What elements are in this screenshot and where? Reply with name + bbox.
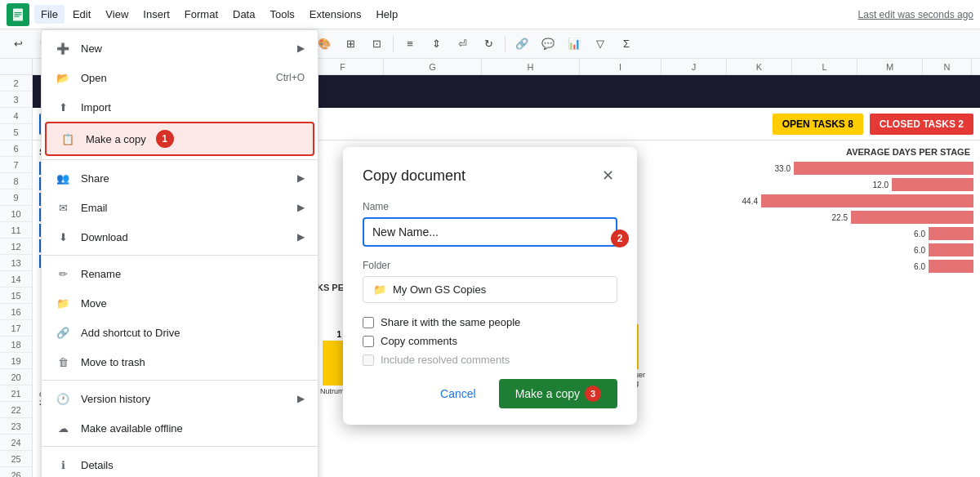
row-num: 22 bbox=[0, 402, 32, 418]
col-header-k[interactable]: K bbox=[727, 59, 792, 74]
last-edit-link[interactable]: Last edit was seconds ago bbox=[858, 9, 973, 20]
menu-extensions[interactable]: Extensions bbox=[303, 5, 368, 24]
file-menu-move-trash[interactable]: 🗑 Move to trash bbox=[42, 347, 318, 377]
row-num: 21 bbox=[0, 386, 32, 402]
trash-icon: 🗑 bbox=[55, 354, 71, 370]
open-shortcut: Ctrl+O bbox=[276, 72, 305, 83]
menu-help[interactable]: Help bbox=[369, 5, 404, 24]
col-header-j[interactable]: J bbox=[662, 59, 727, 74]
row-num: 9 bbox=[0, 189, 32, 206]
file-menu-email[interactable]: ✉ Email ▶ bbox=[42, 193, 318, 222]
col-header-i[interactable]: I bbox=[580, 59, 662, 74]
folder-selector[interactable]: 📁 My Own GS Copies bbox=[363, 276, 617, 303]
shortcut-icon: 🔗 bbox=[55, 324, 71, 341]
row-num: 26 bbox=[0, 467, 32, 477]
email-icon: ✉ bbox=[55, 199, 71, 216]
dialog-header: Copy document ✕ bbox=[363, 163, 617, 188]
col-header-h[interactable]: H bbox=[482, 59, 580, 74]
move-icon: 📁 bbox=[55, 295, 71, 311]
google-sheets-icon bbox=[7, 3, 29, 26]
filter-button[interactable]: ▽ bbox=[589, 33, 612, 56]
menu-insert[interactable]: Insert bbox=[136, 5, 176, 24]
col-header-l[interactable]: L bbox=[792, 59, 858, 74]
cancel-button[interactable]: Cancel bbox=[427, 381, 489, 407]
row-num: 25 bbox=[0, 451, 32, 467]
chart-button[interactable]: 📊 bbox=[563, 33, 586, 56]
function-button[interactable]: Σ bbox=[615, 33, 638, 56]
row-num: 10 bbox=[0, 206, 32, 222]
col-header-g[interactable]: G bbox=[384, 59, 482, 74]
share-checkbox[interactable] bbox=[363, 317, 374, 328]
svg-rect-2 bbox=[15, 14, 22, 15]
file-menu-share-label: Share bbox=[81, 172, 109, 185]
rotate-button[interactable]: ↻ bbox=[477, 33, 500, 56]
file-menu-rename[interactable]: ✏ Rename bbox=[42, 259, 318, 288]
menu-format[interactable]: Format bbox=[178, 5, 225, 24]
valign-button[interactable]: ⇕ bbox=[425, 33, 448, 56]
avg-bar-val: 33.0 bbox=[775, 164, 791, 173]
offline-icon: ☁ bbox=[55, 420, 71, 436]
menu-view[interactable]: View bbox=[99, 5, 135, 24]
file-menu-details[interactable]: ℹ Details bbox=[42, 450, 318, 477]
col-header-m[interactable]: M bbox=[858, 59, 923, 74]
row-num: 3 bbox=[0, 91, 32, 108]
avg-bar bbox=[929, 227, 973, 240]
file-menu-shortcut-label: Add shortcut to Drive bbox=[81, 327, 180, 339]
copy-document-dialog: Copy document ✕ Name 2 Folder 📁 My Own G… bbox=[343, 147, 637, 425]
history-arrow-icon: ▶ bbox=[297, 393, 305, 404]
align-left-button[interactable]: ≡ bbox=[399, 33, 421, 56]
menu-divider bbox=[42, 159, 318, 160]
file-menu-new[interactable]: ➕ New ▶ bbox=[42, 33, 318, 63]
folder-icon: 📁 bbox=[373, 283, 386, 296]
file-menu-move-label: Move bbox=[81, 297, 107, 310]
file-menu-move[interactable]: 📁 Move bbox=[42, 288, 318, 318]
file-menu-offline[interactable]: ☁ Make available offline bbox=[42, 413, 318, 443]
file-menu-version-history[interactable]: 🕐 Version history ▶ bbox=[42, 384, 318, 413]
file-menu-trash-label: Move to trash bbox=[81, 356, 145, 368]
col-header-n[interactable]: N bbox=[923, 59, 972, 74]
avg-bar-val: 12.0 bbox=[873, 181, 889, 189]
file-menu-import[interactable]: ⬆ Import bbox=[42, 92, 318, 122]
row-num: 5 bbox=[0, 124, 32, 140]
merge-button[interactable]: ⊡ bbox=[365, 33, 388, 56]
row-numbers: 2 3 4 5 6 7 8 9 10 11 12 13 14 15 16 17 … bbox=[0, 59, 33, 477]
menu-data[interactable]: Data bbox=[226, 5, 261, 24]
avg-bar bbox=[929, 260, 973, 273]
share-arrow-icon: ▶ bbox=[297, 172, 305, 184]
step-1-badge: 1 bbox=[156, 130, 174, 148]
history-icon: 🕐 bbox=[55, 390, 71, 407]
copy-comments-checkbox[interactable] bbox=[363, 336, 374, 347]
menu-divider-4 bbox=[42, 446, 318, 447]
name-input[interactable] bbox=[363, 217, 617, 247]
file-menu-open-label: Open bbox=[81, 72, 107, 84]
file-menu-add-shortcut[interactable]: 🔗 Add shortcut to Drive bbox=[42, 318, 318, 347]
file-menu-open[interactable]: 📂 Open Ctrl+O bbox=[42, 63, 318, 92]
step-3-badge: 3 bbox=[585, 386, 601, 402]
file-menu-new-label: New bbox=[81, 42, 102, 55]
menu-edit[interactable]: Edit bbox=[66, 5, 97, 24]
file-menu-download[interactable]: ⬇ Download ▶ bbox=[42, 222, 318, 252]
dialog-close-button[interactable]: ✕ bbox=[599, 163, 617, 188]
borders-button[interactable]: ⊞ bbox=[339, 33, 362, 56]
row-num: 20 bbox=[0, 369, 32, 386]
make-copy-button[interactable]: Make a copy 3 bbox=[499, 379, 617, 408]
file-menu-details-label: Details bbox=[81, 459, 114, 471]
undo-button[interactable]: ↩ bbox=[7, 33, 29, 56]
step-2-badge-wrapper: 2 bbox=[611, 230, 629, 247]
row-num: 6 bbox=[0, 140, 32, 157]
menu-tools[interactable]: Tools bbox=[263, 5, 301, 24]
svg-rect-1 bbox=[15, 12, 22, 13]
wrap-button[interactable]: ⏎ bbox=[451, 33, 474, 56]
menu-divider-3 bbox=[42, 380, 318, 381]
row-num: 8 bbox=[0, 173, 32, 189]
file-menu-make-copy[interactable]: 📋 Make a copy 1 bbox=[45, 122, 314, 156]
row-num: 11 bbox=[0, 222, 32, 238]
file-menu-share[interactable]: 👥 Share ▶ bbox=[42, 163, 318, 193]
closed-tasks-badge: CLOSED TASKS 2 bbox=[870, 114, 973, 135]
rename-icon: ✏ bbox=[55, 265, 71, 282]
open-tasks-badge: OPEN TASKS 8 bbox=[773, 114, 863, 135]
comment-button[interactable]: 💬 bbox=[537, 33, 559, 56]
menu-file[interactable]: File bbox=[34, 5, 65, 24]
link-button[interactable]: 🔗 bbox=[510, 33, 533, 56]
row-num: 16 bbox=[0, 304, 32, 320]
